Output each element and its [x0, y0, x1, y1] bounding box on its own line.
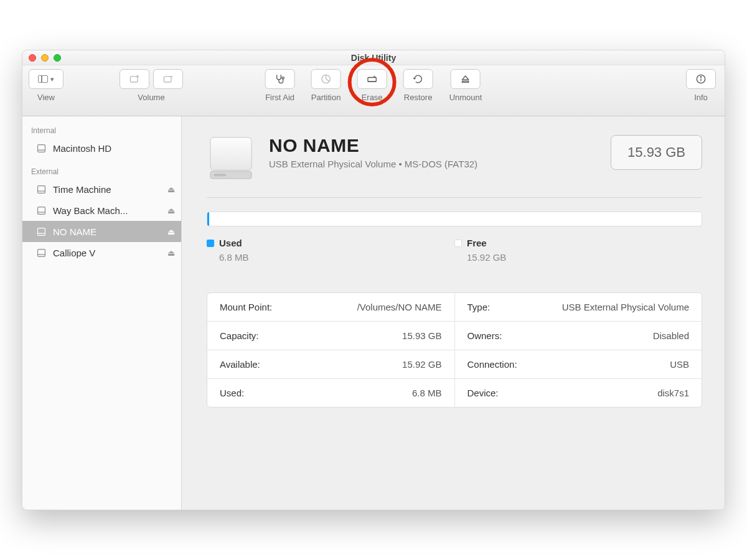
- volume-add-icon: [128, 73, 141, 85]
- main-pane: NO NAME USB External Physical Volume • M…: [182, 116, 725, 510]
- info-value: USB: [670, 359, 689, 370]
- pie-icon: [320, 73, 332, 85]
- sidebar-item-calliope-v[interactable]: Calliope V⏏: [22, 242, 181, 263]
- info-icon: [695, 73, 707, 85]
- unmount-label: Unmount: [449, 93, 482, 102]
- info-value: USB External Physical Volume: [562, 302, 689, 312]
- info-key: Owners:: [467, 330, 502, 341]
- info-key: Available:: [220, 359, 260, 370]
- info-row: Connection:USB: [455, 350, 702, 379]
- window-controls: [29, 54, 61, 62]
- sidebar-section-internal: Internal: [22, 123, 181, 138]
- first-aid-button[interactable]: [265, 69, 295, 89]
- swatch-free-icon: [454, 240, 462, 247]
- used-value: 6.8 MB: [219, 252, 454, 263]
- sidebar-section-external: External: [22, 164, 181, 179]
- sidebar-item-label: Time Machine: [53, 184, 111, 195]
- svg-rect-1: [164, 77, 171, 82]
- eject-icon[interactable]: ⏏: [167, 227, 175, 236]
- svg-rect-21: [214, 174, 226, 176]
- info-key: Mount Point:: [220, 302, 272, 312]
- eject-icon: [459, 73, 472, 85]
- info-row: Owners:Disabled: [455, 322, 702, 350]
- sidebar: Internal Macintosh HD External Time Mach…: [22, 116, 182, 510]
- volume-label: Volume: [138, 93, 164, 102]
- volume-name: NO NAME: [269, 135, 477, 156]
- remove-volume-button[interactable]: [153, 69, 183, 89]
- sidebar-item-label: Calliope V: [53, 248, 95, 258]
- toolbar-group-volume: Volume: [120, 65, 183, 102]
- volume-remove-icon: [162, 73, 174, 85]
- zoom-window-button[interactable]: [54, 54, 61, 62]
- svg-rect-15: [38, 228, 45, 235]
- toolbar-group-unmount: Unmount: [449, 65, 482, 102]
- svg-rect-11: [38, 185, 45, 193]
- add-volume-button[interactable]: [120, 69, 149, 89]
- svg-rect-0: [130, 77, 138, 82]
- sidebar-icon: [38, 75, 48, 83]
- content-area: Internal Macintosh HD External Time Mach…: [22, 116, 725, 510]
- svg-rect-9: [38, 144, 45, 152]
- partition-label: Partition: [311, 93, 341, 102]
- view-label: View: [37, 93, 55, 102]
- eject-icon[interactable]: ⏏: [167, 206, 175, 215]
- capacity-badge: 15.93 GB: [611, 135, 702, 170]
- info-key: Type:: [467, 302, 491, 312]
- usage-legend: Used 6.8 MB Free 15.92 GB: [207, 238, 702, 263]
- minimize-window-button[interactable]: [41, 54, 49, 62]
- svg-point-8: [700, 77, 701, 77]
- info-key: Used:: [220, 388, 244, 398]
- sidebar-item-macintosh-hd[interactable]: Macintosh HD: [22, 138, 181, 159]
- stethoscope-icon: [274, 73, 286, 85]
- volume-title-block: NO NAME USB External Physical Volume • M…: [269, 135, 477, 169]
- erase-label: Erase: [362, 93, 383, 102]
- info-key: Connection:: [467, 359, 517, 370]
- sidebar-item-way-back-mach-[interactable]: Way Back Mach...⏏: [22, 200, 181, 221]
- restore-button[interactable]: [403, 69, 433, 89]
- free-label-text: Free: [467, 238, 487, 248]
- info-row: Mount Point:/Volumes/NO NAME: [207, 293, 454, 322]
- toolbar-group-partition: Partition: [311, 65, 341, 102]
- erase-button[interactable]: [357, 69, 387, 89]
- partition-button[interactable]: [311, 69, 341, 89]
- info-value: /Volumes/NO NAME: [357, 302, 442, 312]
- divider: [207, 197, 702, 198]
- svg-rect-5: [463, 81, 469, 82]
- titlebar: Disk Utility: [22, 50, 725, 65]
- used-label: Used: [207, 238, 454, 248]
- usage-bar-used-segment: [207, 212, 209, 226]
- toolbar-group-view: ▾ View: [29, 65, 63, 102]
- info-value: 15.92 GB: [402, 359, 441, 370]
- close-window-button[interactable]: [29, 54, 36, 62]
- free-label: Free: [454, 238, 702, 248]
- eject-icon[interactable]: ⏏: [167, 248, 175, 258]
- restore-label: Restore: [404, 93, 433, 102]
- toolbar-group-erase: Erase: [357, 65, 387, 102]
- info-key: Capacity:: [220, 330, 259, 341]
- info-row: Used:6.8 MB: [207, 379, 454, 407]
- svg-point-2: [282, 77, 284, 79]
- toolbar: ▾ View Volume: [22, 65, 725, 116]
- view-button[interactable]: ▾: [29, 69, 63, 89]
- window-title: Disk Utility: [351, 53, 396, 63]
- info-value: Disabled: [653, 330, 689, 341]
- volume-header: NO NAME USB External Physical Volume • M…: [207, 135, 702, 181]
- unmount-button[interactable]: [451, 69, 481, 89]
- info-key: Device:: [467, 388, 499, 398]
- eject-icon[interactable]: ⏏: [167, 185, 175, 194]
- info-value: disk7s1: [657, 388, 689, 398]
- volume-subtitle: USB External Physical Volume • MS-DOS (F…: [269, 159, 477, 169]
- info-button[interactable]: [686, 69, 716, 89]
- sidebar-item-time-machine[interactable]: Time Machine⏏: [22, 179, 181, 200]
- info-row: Device:disk7s1: [455, 379, 702, 407]
- svg-rect-19: [210, 138, 251, 170]
- sidebar-item-no-name[interactable]: NO NAME⏏: [22, 221, 181, 242]
- toolbar-group-info: Info: [686, 65, 716, 102]
- swatch-used-icon: [207, 240, 214, 247]
- used-label-text: Used: [219, 238, 242, 248]
- info-row: Type:USB External Physical Volume: [455, 293, 702, 322]
- info-label: Info: [694, 93, 708, 102]
- svg-rect-4: [368, 78, 376, 82]
- chevron-down-icon: ▾: [50, 75, 54, 83]
- svg-rect-13: [38, 207, 45, 214]
